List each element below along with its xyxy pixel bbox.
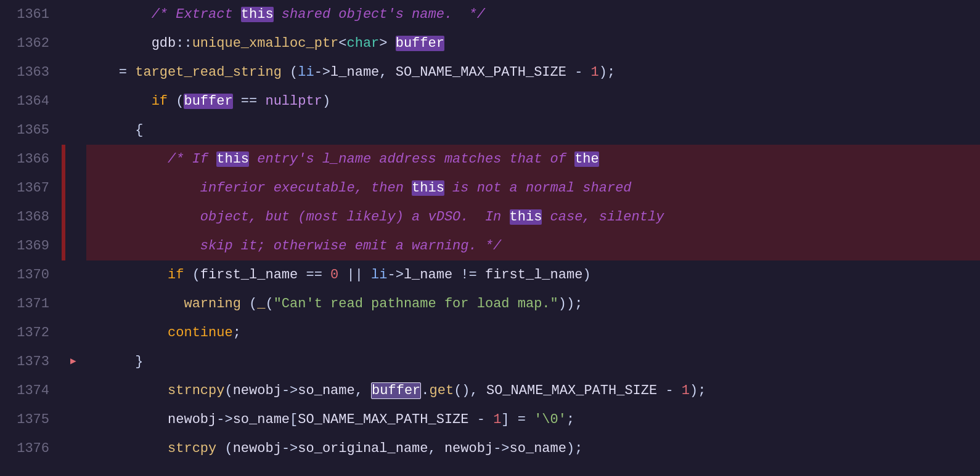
code-line-1372: continue; xyxy=(86,318,980,347)
line-num-1362: 1362 xyxy=(0,29,49,58)
line-num-1376: 1376 xyxy=(0,434,49,463)
line-numbers: 1361 1362 1363 1364 1365 1366 1367 1368 … xyxy=(0,0,62,476)
code-line-1361: /* Extract this shared object's name. */ xyxy=(86,0,980,29)
gutter: ▶ xyxy=(62,0,80,476)
comment-1361b: shared object's name. */ xyxy=(274,7,485,22)
line-num-1373: 1373 xyxy=(0,347,49,376)
code-line-1363: = target_read_string (li->l_name, SO_NAM… xyxy=(86,58,980,87)
code-line-1373: } xyxy=(86,347,980,376)
search-highlight-this-1366: this xyxy=(216,151,249,167)
code-line-1365: { xyxy=(86,116,980,145)
line-num-1361: 1361 xyxy=(0,0,49,29)
code-editor: 1361 1362 1363 1364 1365 1366 1367 1368 … xyxy=(0,0,980,476)
line-num-1372: 1372 xyxy=(0,318,49,347)
line-num-1367: 1367 xyxy=(0,174,49,203)
code-line-1362: gdb::unique_xmalloc_ptr<char> buffer xyxy=(86,29,980,58)
code-line-1368: object, but (most likely) a vDSO. In thi… xyxy=(86,203,980,232)
line-num-1364: 1364 xyxy=(0,87,49,116)
line-num-1370: 1370 xyxy=(0,260,49,289)
search-highlight-this-1367: this xyxy=(412,180,444,196)
code-line-1369: skip it; otherwise emit a warning. */ xyxy=(86,232,980,260)
line-num-1375: 1375 xyxy=(0,405,49,434)
code-line-1374: strncpy(newobj->so_name, buffer.get(), S… xyxy=(86,376,980,405)
search-highlight-this-1368: this xyxy=(510,209,542,225)
buffer-highlight-1364: buffer xyxy=(184,94,232,109)
line-num-1374: 1374 xyxy=(0,376,49,405)
diff-bar xyxy=(62,145,65,260)
code-line-1370: if (first_l_name == 0 || li->l_name != f… xyxy=(86,260,980,289)
line-num-1363: 1363 xyxy=(0,58,49,87)
buffer-highlight-1362: buffer xyxy=(396,36,444,51)
line-num-1365: 1365 xyxy=(0,116,49,145)
code-line-1376: strcpy (newobj->so_original_name, newobj… xyxy=(86,434,980,463)
code-line-1371: warning (_("Can't read pathname for load… xyxy=(86,289,980,318)
line-num-1366: 1366 xyxy=(0,145,49,174)
search-highlight-this-1361: this xyxy=(241,7,274,22)
search-highlight-the-1366: the xyxy=(574,151,599,167)
breakpoint-arrow: ▶ xyxy=(70,347,76,376)
code-1362: gdb xyxy=(152,36,176,51)
code-line-1375: newobj->so_name[SO_NAME_MAX_PATH_SIZE - … xyxy=(86,405,980,434)
code-line-1364: if (buffer == nullptr) xyxy=(86,87,980,116)
code-area[interactable]: /* Extract this shared object's name. */… xyxy=(80,0,980,476)
code-line-1366: /* If this entry's l_name address matche… xyxy=(86,145,980,174)
buffer-highlight-cursor-1374: buffer xyxy=(371,382,421,399)
line-num-1371: 1371 xyxy=(0,289,49,318)
code-line-1367: inferior executable, then this is not a … xyxy=(86,174,980,203)
comment-1361: /* Extract xyxy=(152,7,241,22)
line-num-1368: 1368 xyxy=(0,203,49,232)
line-num-1369: 1369 xyxy=(0,232,49,260)
